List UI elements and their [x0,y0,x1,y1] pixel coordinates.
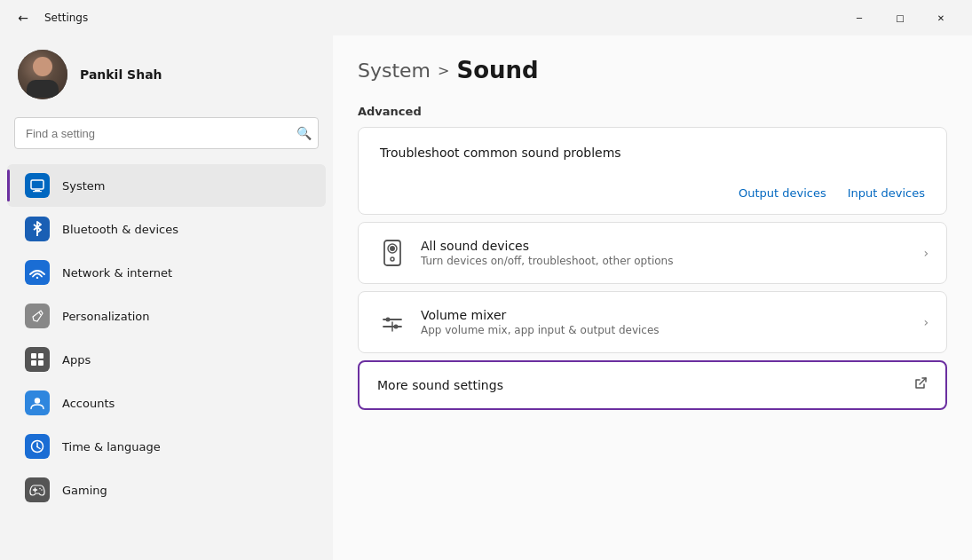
breadcrumb-parent: System [358,59,431,82]
troubleshoot-title: Troubleshoot common sound problems [380,146,925,160]
sidebar-item-personalization[interactable]: Personalization [7,295,326,337]
apps-label: Apps [62,353,91,367]
volume-mixer-text: Volume mixer App volume mix, app input &… [421,308,923,336]
system-label: System [62,179,105,193]
back-button[interactable]: ← [11,5,36,30]
sidebar-item-bluetooth[interactable]: Bluetooth & devices [7,208,326,250]
titlebar-left: ← Settings [11,5,839,30]
svg-point-20 [390,246,395,251]
speaker-icon [376,237,408,269]
titlebar: ← Settings ─ □ ✕ [0,0,972,35]
breadcrumb: System > Sound [358,57,947,83]
all-sound-title: All sound devices [421,239,923,253]
svg-rect-6 [31,353,36,359]
svg-rect-7 [38,353,43,359]
search-box: 🔍 [14,117,319,149]
svg-point-10 [35,398,40,403]
volume-mixer-item[interactable]: Volume mixer App volume mix, app input &… [359,292,946,352]
settings-window: ← Settings ─ □ ✕ [0,0,972,560]
svg-rect-8 [31,360,36,366]
sidebar-item-gaming[interactable]: Gaming [7,469,326,511]
volume-mixer-card[interactable]: Volume mixer App volume mix, app input &… [358,291,947,353]
minimize-button[interactable]: ─ [839,4,880,32]
external-link-icon [913,376,928,394]
main-layout: Pankil Shah 🔍 System [0,35,972,560]
svg-point-23 [386,318,391,322]
accounts-label: Accounts [62,397,115,410]
time-icon [25,434,50,459]
content-area: System > Sound Advanced Troubleshoot com… [333,35,972,560]
svg-point-17 [41,489,43,491]
mixer-icon [376,306,408,338]
svg-point-4 [36,277,38,279]
personalization-label: Personalization [62,310,150,323]
personalization-icon [25,304,50,328]
svg-line-13 [37,447,40,449]
output-devices-link[interactable]: Output devices [739,186,826,200]
bluetooth-icon [25,217,50,241]
all-sound-chevron: › [923,246,929,260]
input-devices-link[interactable]: Input devices [848,186,925,200]
breadcrumb-current: Sound [456,57,538,83]
apps-icon [25,347,50,372]
all-sound-card[interactable]: All sound devices Turn devices on/off, t… [358,222,947,284]
sidebar-item-accounts[interactable]: Accounts [7,382,326,424]
avatar [18,50,67,99]
profile-section: Pankil Shah [0,35,333,117]
volume-mixer-chevron: › [923,315,929,329]
all-sound-text: All sound devices Turn devices on/off, t… [421,239,923,267]
close-button[interactable]: ✕ [921,4,961,32]
nav-menu: System Bluetooth & devices [0,163,333,512]
time-label: Time & language [62,440,161,454]
more-sound-title: More sound settings [377,378,913,392]
svg-point-25 [394,325,399,329]
search-input[interactable] [14,117,319,149]
network-icon [25,260,50,285]
titlebar-controls: ─ □ ✕ [839,4,961,32]
gaming-icon [25,477,50,502]
system-icon [25,173,50,198]
all-sound-item[interactable]: All sound devices Turn devices on/off, t… [359,223,946,283]
troubleshoot-card: Troubleshoot common sound problems Outpu… [358,127,947,215]
svg-line-5 [39,312,41,315]
sidebar: Pankil Shah 🔍 System [0,35,333,560]
svg-point-16 [39,488,41,490]
svg-point-21 [391,257,394,261]
all-sound-subtitle: Turn devices on/off, troubleshoot, other… [421,255,923,267]
sidebar-item-time[interactable]: Time & language [7,425,326,468]
breadcrumb-separator: > [438,62,449,79]
network-label: Network & internet [62,266,172,280]
titlebar-title: Settings [44,12,88,24]
sidebar-item-network[interactable]: Network & internet [7,251,326,294]
volume-mixer-title: Volume mixer [421,308,923,322]
maximize-button[interactable]: □ [880,4,921,32]
search-icon[interactable]: 🔍 [296,126,312,140]
bluetooth-label: Bluetooth & devices [62,223,178,236]
sidebar-item-system[interactable]: System [7,164,326,207]
svg-rect-2 [33,191,42,192]
more-sound-card[interactable]: More sound settings [358,360,947,410]
accounts-icon [25,390,50,415]
advanced-label: Advanced [358,105,947,118]
svg-rect-9 [38,360,43,366]
volume-mixer-subtitle: App volume mix, app input & output devic… [421,324,923,336]
gaming-label: Gaming [62,484,107,497]
profile-name: Pankil Shah [80,67,162,82]
troubleshoot-links: Output devices Input devices [380,186,925,200]
sidebar-item-apps[interactable]: Apps [7,338,326,381]
svg-rect-0 [31,180,43,189]
